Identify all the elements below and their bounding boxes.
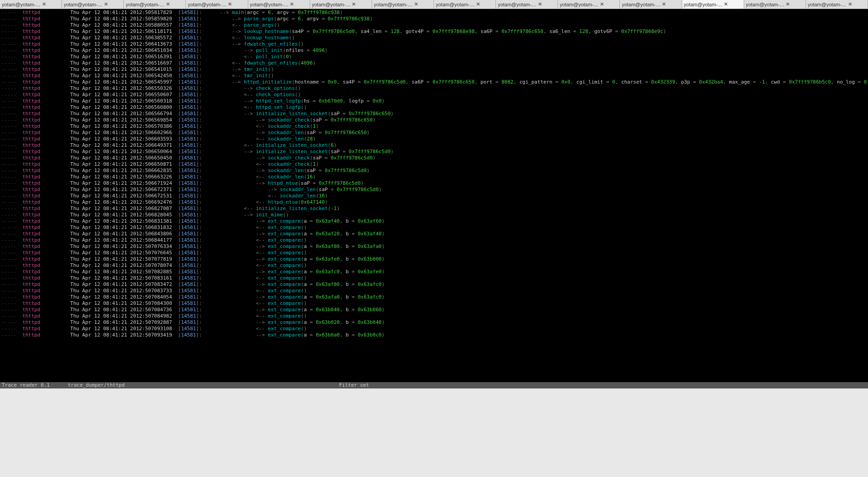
log-line: ----- thttpd Thu Apr 12 08:41:21 2012:50…	[1, 142, 867, 149]
empty-region	[0, 388, 868, 477]
log-line: ----- thttpd Thu Apr 12 08:41:21 2012:50…	[1, 294, 867, 300]
log-line: ----- thttpd Thu Apr 12 08:41:21 2012:50…	[1, 117, 867, 123]
log-line: ----- thttpd Thu Apr 12 08:41:21 2012:50…	[1, 60, 867, 66]
log-line: ----- thttpd Thu Apr 12 08:41:21 2012:50…	[1, 123, 867, 130]
log-line: ----- thttpd Thu Apr 12 08:41:21 2012:50…	[1, 288, 867, 294]
status-source: trace_dumper/thttpd	[68, 382, 339, 388]
status-app: Trace reader 0.1	[0, 382, 68, 388]
log-line: ----- thttpd Thu Apr 12 08:41:21 2012:50…	[1, 104, 867, 111]
tab[interactable]: yotam@yotam-…✕	[372, 0, 434, 9]
close-icon[interactable]: ✕	[476, 1, 480, 7]
log-line: ----- thttpd Thu Apr 12 08:41:21 2012:50…	[1, 237, 867, 243]
log-line: ----- thttpd Thu Apr 12 08:41:21 2012:50…	[1, 243, 867, 250]
log-line: ----- thttpd Thu Apr 12 08:41:21 2012:50…	[1, 92, 867, 98]
tab[interactable]: yotam@yotam-…✕	[0, 0, 62, 9]
log-line: ----- thttpd Thu Apr 12 08:41:21 2012:50…	[1, 313, 867, 319]
close-icon[interactable]: ✕	[786, 1, 790, 7]
log-line: ----- thttpd Thu Apr 12 08:41:21 2012:50…	[1, 332, 867, 338]
close-icon[interactable]: ✕	[228, 1, 232, 7]
log-line: ----- thttpd Thu Apr 12 08:41:21 2012:50…	[1, 98, 867, 104]
log-line: ----- thttpd Thu Apr 12 08:41:21 2012:50…	[1, 281, 867, 288]
log-line: ----- thttpd Thu Apr 12 08:41:21 2012:50…	[1, 161, 867, 168]
close-icon[interactable]: ✕	[414, 1, 418, 7]
log-line: ----- thttpd Thu Apr 12 08:41:21 2012:50…	[1, 9, 867, 16]
tab-bar: yotam@yotam-…✕yotam@yotam-…✕yotam@yotam-…	[0, 0, 868, 9]
log-line: ----- thttpd Thu Apr 12 08:41:21 2012:50…	[1, 269, 867, 275]
tab[interactable]: yotam@yotam-…✕	[186, 0, 248, 9]
close-icon[interactable]: ✕	[662, 1, 666, 7]
log-line: ----- thttpd Thu Apr 12 08:41:21 2012:50…	[1, 262, 867, 269]
log-line: ----- thttpd Thu Apr 12 08:41:21 2012:50…	[1, 22, 867, 28]
tab[interactable]: yotam@yotam-…✕	[682, 0, 744, 9]
log-line: ----- thttpd Thu Apr 12 08:41:21 2012:50…	[1, 206, 867, 212]
tab[interactable]: yotam@yotam-…✕	[496, 0, 558, 9]
log-line: ----- thttpd Thu Apr 12 08:41:21 2012:50…	[1, 180, 867, 187]
log-line: ----- thttpd Thu Apr 12 08:41:21 2012:50…	[1, 47, 867, 54]
log-line: ----- thttpd Thu Apr 12 08:41:21 2012:50…	[1, 28, 867, 35]
tab[interactable]: yotam@yotam-…✕	[620, 0, 682, 9]
log-line: ----- thttpd Thu Apr 12 08:41:21 2012:50…	[1, 199, 867, 206]
log-line: ----- thttpd Thu Apr 12 08:41:21 2012:50…	[1, 250, 867, 256]
log-line: ----- thttpd Thu Apr 12 08:41:21 2012:50…	[1, 218, 867, 224]
tab[interactable]: yotam@yotam-…✕	[744, 0, 806, 9]
close-icon[interactable]: ✕	[352, 1, 356, 7]
log-line: ----- thttpd Thu Apr 12 08:41:21 2012:50…	[1, 193, 867, 199]
log-line: ----- thttpd Thu Apr 12 08:41:21 2012:50…	[1, 300, 867, 307]
tab[interactable]: yotam@yotam-…✕	[62, 0, 124, 9]
log-line: ----- thttpd Thu Apr 12 08:41:21 2012:50…	[1, 187, 867, 193]
close-icon[interactable]: ✕	[600, 1, 604, 7]
tab[interactable]: yotam@yotam-…✕	[558, 0, 620, 9]
log-line: ----- thttpd Thu Apr 12 08:41:21 2012:50…	[1, 256, 867, 262]
log-line: ----- thttpd Thu Apr 12 08:41:21 2012:50…	[1, 16, 867, 22]
log-line: ----- thttpd Thu Apr 12 08:41:21 2012:50…	[1, 174, 867, 180]
log-line: ----- thttpd Thu Apr 12 08:41:21 2012:50…	[1, 168, 867, 174]
close-icon[interactable]: ✕	[166, 1, 170, 7]
close-icon[interactable]: ✕	[42, 1, 46, 7]
log-line: ----- thttpd Thu Apr 12 08:41:21 2012:50…	[1, 149, 867, 155]
close-icon[interactable]: ✕	[724, 1, 728, 7]
tab[interactable]: yotam@yotam-…✕	[124, 0, 186, 9]
log-line: ----- thttpd Thu Apr 12 08:41:21 2012:50…	[1, 54, 867, 60]
log-line: ----- thttpd Thu Apr 12 08:41:21 2012:50…	[1, 319, 867, 326]
tab[interactable]: yotam@yotam-…✕	[248, 0, 310, 9]
close-icon[interactable]: ✕	[290, 1, 294, 7]
tab[interactable]: yotam@yotam-…✕	[806, 0, 868, 9]
log-line: ----- thttpd Thu Apr 12 08:41:21 2012:50…	[1, 136, 867, 142]
log-line: ----- thttpd Thu Apr 12 08:41:21 2012:50…	[1, 326, 867, 332]
log-line: ----- thttpd Thu Apr 12 08:41:21 2012:50…	[1, 155, 867, 161]
status-filter: Filter set	[339, 382, 868, 388]
log-line: ----- thttpd Thu Apr 12 08:41:21 2012:50…	[1, 224, 867, 231]
log-line: ----- thttpd Thu Apr 12 08:41:21 2012:50…	[1, 307, 867, 313]
log-line: ----- thttpd Thu Apr 12 08:41:21 2012:50…	[1, 85, 867, 92]
close-icon[interactable]: ✕	[104, 1, 108, 7]
log-line: ----- thttpd Thu Apr 12 08:41:21 2012:50…	[1, 41, 867, 47]
status-bar: Trace reader 0.1 trace_dumper/thttpd Fil…	[0, 382, 868, 388]
log-line: ----- thttpd Thu Apr 12 08:41:21 2012:50…	[1, 275, 867, 281]
tab[interactable]: yotam@yotam-…✕	[434, 0, 496, 9]
log-line: ----- thttpd Thu Apr 12 08:41:21 2012:50…	[1, 79, 867, 85]
log-line: ----- thttpd Thu Apr 12 08:41:21 2012:50…	[1, 212, 867, 218]
tab[interactable]: yotam@yotam-…✕	[310, 0, 372, 9]
log-line: ----- thttpd Thu Apr 12 08:41:21 2012:50…	[1, 66, 867, 73]
close-icon[interactable]: ✕	[848, 1, 852, 7]
terminal-output[interactable]: ----- thttpd Thu Apr 12 08:41:21 2012:50…	[0, 9, 868, 382]
log-line: ----- thttpd Thu Apr 12 08:41:21 2012:50…	[1, 231, 867, 237]
log-line: ----- thttpd Thu Apr 12 08:41:21 2012:50…	[1, 111, 867, 117]
close-icon[interactable]: ✕	[538, 1, 542, 7]
log-line: ----- thttpd Thu Apr 12 08:41:21 2012:50…	[1, 130, 867, 136]
log-line: ----- thttpd Thu Apr 12 08:41:21 2012:50…	[1, 73, 867, 79]
log-line: ----- thttpd Thu Apr 12 08:41:21 2012:50…	[1, 35, 867, 41]
